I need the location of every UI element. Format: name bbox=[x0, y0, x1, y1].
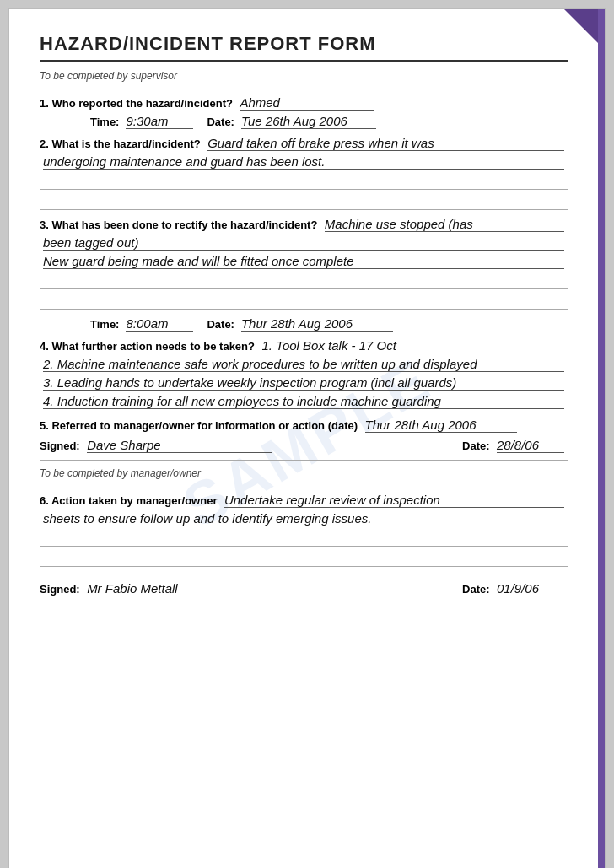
q3-date-group: Date: Thur 28th Aug 2006 bbox=[207, 316, 396, 332]
q3-answer-line2: been tagged out) bbox=[43, 235, 564, 251]
q3-answer-line3-row: New guard being made and will be fitted … bbox=[40, 254, 568, 269]
q3-time-group: Time: 8:00am bbox=[90, 316, 197, 332]
q2-answer-line1: Guard taken off brake press when it was bbox=[207, 136, 564, 151]
q5-date-label: Date: bbox=[462, 439, 490, 452]
q4-item-2: 3. Leading hands to undertake weekly ins… bbox=[43, 375, 564, 391]
q1-row: 1. Who reported the hazard/incident? Ahm… bbox=[40, 95, 568, 111]
q3-time-value: 8:00am bbox=[126, 316, 193, 332]
q2-blank-lines bbox=[40, 173, 568, 210]
q5-label: 5. Referred to manager/owner for informa… bbox=[40, 419, 358, 432]
q4-item2-row: 3. Leading hands to undertake weekly ins… bbox=[40, 375, 568, 391]
blank-line-3 bbox=[40, 272, 568, 289]
form-title: HAZARD/INCIDENT REPORT FORM bbox=[40, 33, 568, 55]
q4-label: 4. What further action needs to be taken… bbox=[40, 340, 255, 353]
q5-value: Thur 28th Aug 2006 bbox=[365, 418, 517, 433]
blank-line-2 bbox=[40, 193, 568, 210]
q6-signed-label: Signed: bbox=[40, 583, 80, 596]
right-border bbox=[598, 9, 605, 868]
q3-answer-line3: New guard being made and will be fitted … bbox=[43, 254, 564, 269]
q1-label: 1. Who reported the hazard/incident? bbox=[40, 97, 233, 110]
q6-answer-line1: Undertake regular review of inspection bbox=[224, 493, 564, 508]
q6-blank-lines bbox=[40, 530, 568, 567]
q3-date-label: Date: bbox=[207, 318, 234, 331]
manager-section-label: To be completed by manager/owner bbox=[40, 467, 568, 479]
q1-answer: Ahmed bbox=[240, 95, 374, 111]
q5-row: 5. Referred to manager/owner for informa… bbox=[40, 418, 568, 433]
form-content: HAZARD/INCIDENT REPORT FORM To be comple… bbox=[9, 9, 598, 630]
blank-line-5 bbox=[40, 530, 568, 547]
q3-time-date-row: Time: 8:00am Date: Thur 28th Aug 2006 bbox=[90, 316, 568, 332]
q4-item-0: 1. Tool Box talk - 17 Oct bbox=[261, 338, 564, 353]
q4-row: 4. What further action needs to be taken… bbox=[40, 338, 568, 353]
page-wrapper: SAMPLE HAZARD/INCIDENT REPORT FORM To be… bbox=[8, 8, 606, 868]
q6-label: 6. Action taken by manager/owner bbox=[40, 494, 217, 507]
q1-time-group: Time: 9:30am bbox=[90, 114, 197, 129]
q6-signed-value: Mr Fabio Mettall bbox=[87, 581, 306, 596]
q2-row: 2. What is the hazard/incident? Guard ta… bbox=[40, 136, 568, 151]
supervisor-section-label: To be completed by supervisor bbox=[40, 70, 568, 82]
q4-item1-row: 2. Machine maintenance safe work procedu… bbox=[40, 357, 568, 372]
q3-answer-line2-row: been tagged out) bbox=[40, 235, 568, 251]
q1-date-group: Date: Tue 26th Aug 2006 bbox=[207, 114, 380, 129]
q1-time-label: Time: bbox=[90, 116, 119, 128]
q5-signed-label: Signed: bbox=[40, 439, 80, 452]
q6-date-label: Date: bbox=[462, 583, 490, 596]
q3-row: 3. What has been done to rectify the haz… bbox=[40, 217, 568, 232]
q3-blank-lines bbox=[40, 272, 568, 310]
section-divider bbox=[40, 460, 568, 461]
q2-answer-line2-row: undergoing maintenance and guard has bee… bbox=[40, 154, 568, 170]
q1-date-value: Tue 26th Aug 2006 bbox=[241, 114, 376, 129]
q3-label: 3. What has been done to rectify the haz… bbox=[40, 218, 317, 231]
q6-answer-line2: sheets to ensure follow up and to identi… bbox=[43, 511, 564, 526]
q4-item-1: 2. Machine maintenance safe work procedu… bbox=[43, 357, 564, 372]
q1-date-label: Date: bbox=[207, 116, 234, 128]
q1-time-value: 9:30am bbox=[126, 114, 193, 129]
q6-signed-row: Signed: Mr Fabio Mettall Date: 01/9/06 bbox=[40, 581, 568, 596]
q6-date-value: 01/9/06 bbox=[497, 581, 564, 596]
q2-label: 2. What is the hazard/incident? bbox=[40, 137, 201, 150]
blank-line-4 bbox=[40, 293, 568, 310]
q3-date-value: Thur 28th Aug 2006 bbox=[241, 316, 393, 332]
q2-answer-line2: undergoing maintenance and guard has bee… bbox=[43, 154, 564, 170]
q5-signed-row: Signed: Dave Sharpe Date: 28/8/06 bbox=[40, 438, 568, 453]
q6-row: 6. Action taken by manager/owner Underta… bbox=[40, 493, 568, 508]
q5-date-value: 28/8/06 bbox=[497, 438, 564, 453]
q3-time-label: Time: bbox=[90, 318, 119, 331]
blank-line-6 bbox=[40, 550, 568, 567]
q3-answer-line1: Machine use stopped (has bbox=[325, 217, 564, 232]
blank-line-1 bbox=[40, 173, 568, 190]
q4-item3-row: 4. Induction training for all new employ… bbox=[40, 394, 568, 409]
q4-item-3: 4. Induction training for all new employ… bbox=[43, 394, 564, 409]
q6-divider bbox=[40, 574, 568, 574]
q5-signed-value: Dave Sharpe bbox=[87, 438, 272, 453]
q1-time-date-row: Time: 9:30am Date: Tue 26th Aug 2006 bbox=[90, 114, 568, 129]
q6-answer-line2-row: sheets to ensure follow up and to identi… bbox=[40, 511, 568, 526]
title-divider bbox=[40, 60, 568, 62]
